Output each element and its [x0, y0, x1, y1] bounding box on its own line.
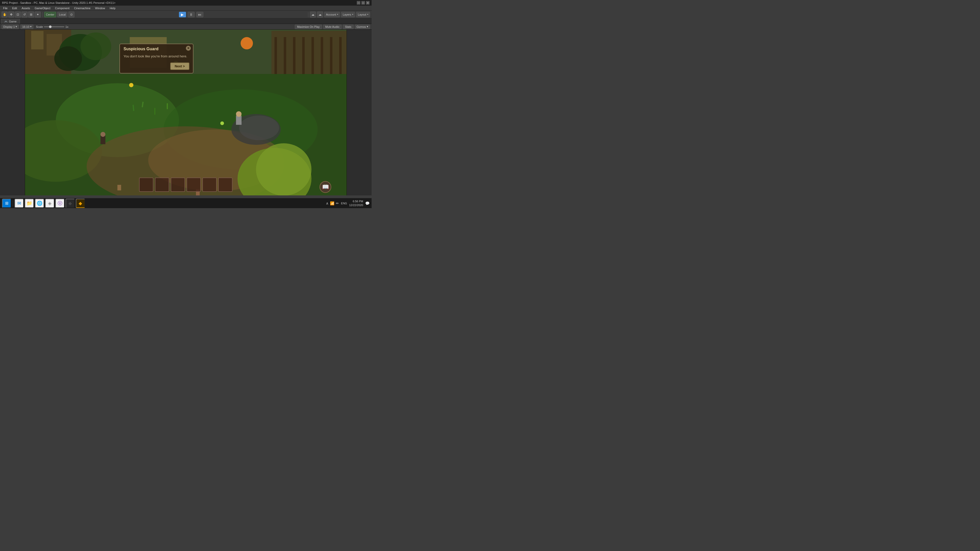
layout-dropdown[interactable]: Layout ▾ — [356, 12, 370, 17]
stats-button[interactable]: Stats — [343, 24, 354, 29]
hud-slot-4[interactable] — [186, 178, 201, 192]
layers-label: Layers — [343, 13, 351, 16]
taskbar-time-date[interactable]: 6:56 PM 12/22/2020 — [349, 200, 363, 207]
svg-rect-14 — [311, 37, 314, 80]
custom-tool-button[interactable]: ⊙ — [68, 11, 75, 17]
aspect-arrow: ▾ — [30, 25, 32, 28]
game-viewport[interactable]: Suspicious Guard You don't look like you… — [25, 30, 347, 195]
map-button[interactable]: 📖 — [320, 181, 331, 193]
svg-rect-15 — [321, 37, 323, 80]
unity-editor-inactive-button[interactable]: ◆ — [65, 199, 75, 208]
layers-dropdown[interactable]: Layers ▾ — [341, 12, 355, 17]
play-button[interactable]: ▶ — [179, 12, 186, 17]
maximize-button[interactable]: □ — [361, 1, 365, 5]
gizmos-dropdown[interactable]: Gizmos ▾ — [355, 24, 370, 29]
svg-point-42 — [129, 83, 134, 87]
hud-slot-2[interactable] — [155, 178, 169, 192]
svg-rect-35 — [100, 136, 105, 144]
scale-tool-button[interactable]: ⊞ — [28, 11, 34, 17]
game-tab[interactable]: 🎮 Game — [1, 19, 20, 24]
tray-language[interactable]: ENG — [341, 202, 347, 205]
svg-rect-12 — [293, 37, 296, 80]
scale-slider-dot — [49, 25, 52, 28]
pause-button[interactable]: ⏸ — [188, 12, 195, 17]
svg-rect-27 — [154, 108, 156, 115]
tray-chevron-icon[interactable]: ∧ — [326, 201, 328, 205]
svg-rect-16 — [330, 37, 332, 80]
svg-rect-28 — [167, 103, 168, 109]
aspect-label: 16:10 — [22, 25, 29, 28]
scale-group: Scale 1x — [36, 25, 68, 28]
hud-slot-5[interactable] — [202, 178, 217, 192]
tool-group: ✋ ✥ ⊡ ↺ ⊞ ✦ — [2, 11, 41, 17]
menu-bar: File Edit Assets GameObject Component Ci… — [0, 6, 372, 11]
chrome-button[interactable]: 🌐 — [35, 199, 44, 208]
dialog-close-button[interactable]: ✕ — [186, 46, 191, 51]
dialog-next-button[interactable]: Next > — [170, 62, 189, 70]
window-title: RPG Project - Sandbox - PC, Mac & Linux … — [2, 1, 357, 4]
hud-slot-6[interactable] — [218, 178, 232, 192]
scale-value: 1x — [65, 25, 68, 28]
services-button[interactable]: ☁ — [310, 11, 316, 17]
menu-gameobject[interactable]: GameObject — [33, 6, 52, 10]
svg-rect-39 — [118, 185, 121, 191]
scale-slider[interactable] — [44, 26, 64, 27]
svg-rect-33 — [236, 116, 242, 125]
hud-slot-1[interactable] — [139, 178, 153, 192]
menu-file[interactable]: File — [1, 6, 10, 10]
visual-studio-button[interactable]: Ⓥ — [56, 199, 65, 208]
file-explorer-button[interactable]: 📁 — [25, 199, 34, 208]
transform-tool-button[interactable]: ✦ — [35, 11, 41, 17]
svg-point-34 — [236, 111, 242, 117]
close-button[interactable]: ✕ — [366, 1, 369, 5]
svg-rect-11 — [284, 37, 286, 80]
svg-point-30 — [239, 116, 279, 140]
account-dropdown[interactable]: Account ▾ — [324, 12, 340, 17]
right-panel — [347, 30, 372, 195]
hud-inventory-bar — [139, 178, 232, 192]
system-tray: ∧ 📶 ✏ — [326, 201, 339, 205]
unity-hub-button[interactable]: ◈ — [45, 199, 54, 208]
right-game-controls: Maximize On Play Mute Audio Stats Gizmos… — [295, 24, 370, 29]
hud-slot-3[interactable] — [171, 178, 185, 192]
center-toggle[interactable]: Center — [44, 12, 56, 17]
tray-network-icon[interactable]: 📶 — [330, 201, 334, 205]
menu-assets[interactable]: Assets — [20, 6, 32, 10]
move-tool-button[interactable]: ✥ — [8, 11, 14, 17]
toolbar: ✋ ✥ ⊡ ↺ ⊞ ✦ Center Local ⊙ ▶ ⏸ ⏭ ☁ ☁ Acc… — [0, 11, 372, 18]
unity-editor-active-button[interactable]: ◆ — [76, 199, 85, 208]
collab-button[interactable]: ☁ — [317, 11, 323, 17]
mute-audio-button[interactable]: Mute Audio — [323, 24, 342, 29]
svg-rect-13 — [302, 37, 305, 80]
title-bar: RPG Project - Sandbox - PC, Mac & Linux … — [0, 0, 372, 6]
maximize-on-play-button[interactable]: Maximize On Play — [295, 24, 322, 29]
menu-edit[interactable]: Edit — [10, 6, 19, 10]
center-toggle-label: Center — [46, 13, 54, 16]
tray-pen-icon[interactable]: ✏ — [336, 201, 339, 205]
rotate-tool-button[interactable]: ↺ — [21, 11, 27, 17]
separator-1 — [42, 12, 43, 17]
svg-rect-10 — [275, 37, 277, 80]
menu-help[interactable]: Help — [108, 6, 118, 10]
display-dropdown[interactable]: Display 1 ▾ — [2, 24, 19, 29]
mail-app-button[interactable]: ✉ — [14, 199, 24, 208]
start-button[interactable]: ⊞ — [2, 199, 11, 208]
viewport-wrapper: Suspicious Guard You don't look like you… — [25, 30, 347, 195]
local-toggle-label: Local — [59, 13, 65, 16]
local-toggle[interactable]: Local — [57, 12, 67, 17]
hand-tool-button[interactable]: ✋ — [2, 11, 8, 17]
display-label: Display 1 — [3, 25, 15, 28]
window-controls: ─ □ ✕ — [357, 1, 369, 5]
dialog-box: Suspicious Guard You don't look like you… — [119, 44, 193, 73]
step-button[interactable]: ⏭ — [196, 12, 204, 17]
gizmos-label: Gizmos — [356, 25, 366, 28]
menu-window[interactable]: Window — [93, 6, 107, 10]
notification-icon[interactable]: 💬 — [365, 201, 369, 205]
rect-tool-button[interactable]: ⊡ — [15, 11, 21, 17]
menu-cinemachine[interactable]: Cinemachine — [72, 6, 92, 10]
gizmos-arrow: ▾ — [367, 25, 368, 28]
svg-point-36 — [100, 132, 105, 137]
aspect-dropdown[interactable]: 16:10 ▾ — [21, 24, 33, 29]
minimize-button[interactable]: ─ — [357, 1, 360, 5]
menu-component[interactable]: Component — [53, 6, 72, 10]
